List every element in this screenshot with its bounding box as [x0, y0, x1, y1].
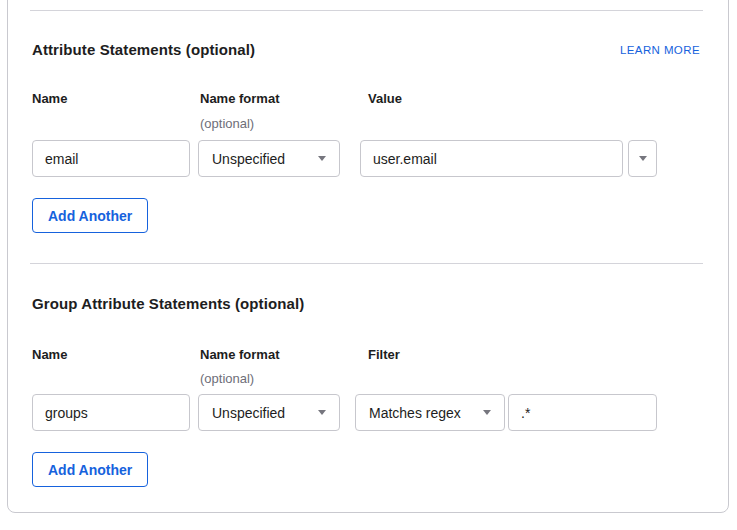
dropdown-caret-icon	[483, 410, 491, 415]
column-sublabel-optional: (optional)	[200, 371, 254, 386]
column-label-value: Value	[368, 91, 402, 106]
group-name-format-select[interactable]: Unspecified	[198, 394, 340, 431]
add-another-button[interactable]: Add Another	[32, 198, 148, 233]
column-label-name: Name	[32, 347, 67, 362]
top-divider	[30, 10, 703, 11]
selected-option-label: Unspecified	[212, 151, 285, 167]
section-title-attribute-statements: Attribute Statements (optional)	[32, 41, 255, 58]
column-label-name-format: Name format	[200, 347, 279, 362]
column-label-name: Name	[32, 91, 67, 106]
add-another-button[interactable]: Add Another	[32, 452, 148, 487]
dropdown-caret-icon	[318, 156, 326, 161]
attribute-value-input[interactable]	[360, 140, 623, 177]
learn-more-link[interactable]: LEARN MORE	[620, 44, 700, 56]
attribute-value-dropdown-button[interactable]	[628, 140, 657, 177]
dropdown-caret-icon	[639, 156, 647, 161]
column-label-filter: Filter	[368, 347, 400, 362]
section-title-group-attribute-statements: Group Attribute Statements (optional)	[32, 295, 304, 312]
dropdown-caret-icon	[318, 410, 326, 415]
section-divider	[30, 263, 703, 264]
column-label-name-format: Name format	[200, 91, 279, 106]
column-sublabel-optional: (optional)	[200, 116, 254, 131]
group-filter-type-select[interactable]: Matches regex	[355, 394, 505, 431]
attribute-name-input[interactable]	[32, 140, 190, 177]
attribute-name-format-select[interactable]: Unspecified	[198, 140, 340, 177]
selected-option-label: Unspecified	[212, 405, 285, 421]
group-name-input[interactable]	[32, 394, 190, 431]
selected-option-label: Matches regex	[369, 405, 461, 421]
group-filter-value-input[interactable]	[508, 394, 657, 431]
panel-card	[7, 0, 729, 513]
